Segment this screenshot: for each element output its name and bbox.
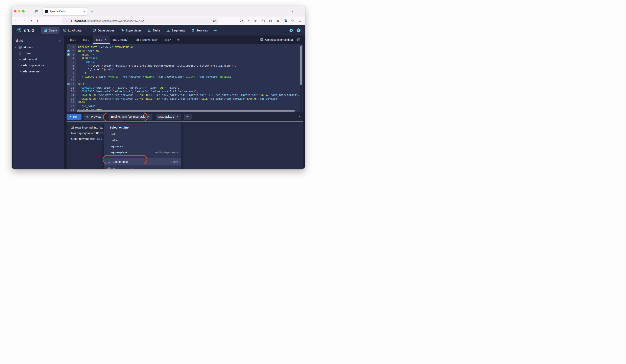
ublock-shield-icon[interactable]: UO [276,19,279,23]
code-text: ) [76,79,80,82]
sort-icon[interactable] [58,39,61,42]
tab-list-chevron-icon[interactable] [291,10,294,12]
editor-line-15[interactable]: 15 CASE WHEN "new_data"."ad_network" IS … [67,97,303,101]
tree-column-ad_network[interactable]: Aad_network [13,56,64,62]
druid-logo-icon[interactable] [16,27,22,33]
editor-line-13[interactable]: 13 COALESCE("new_data"."ad_network", "ad… [67,90,303,93]
tab-close-icon[interactable]: ✕ [105,38,107,41]
code-text: COALESCE("new_data"."ad_network", "ad_da… [76,90,198,93]
tree-column-__time[interactable]: __time [13,50,64,56]
nav-item-segments[interactable]: Segments [164,27,188,34]
sidebar-toggle-icon[interactable] [261,19,265,23]
url-bar[interactable]: localhost:8888/unified-console.html#work… [62,18,218,24]
engine-option-sql-msq-task[interactable]: sql-msq-taskmulti-stage-query [104,149,181,155]
editor-line-14[interactable]: 14 CASE WHEN "new_data"."ad_network" IS … [67,93,303,97]
zoom-window-button[interactable] [22,10,25,12]
engine-option-sql-native[interactable]: sql-native [104,143,181,149]
close-panel-icon[interactable]: ✕ [298,115,301,119]
workbench-tab-tab-4[interactable]: Tab 4 [161,36,174,44]
engine-option-native[interactable]: native [104,137,181,143]
close-window-button[interactable] [14,10,17,12]
tab-label: Tab 4 [164,38,171,41]
tree-column-ads_impressions[interactable]: 123ads_impressions [13,62,64,68]
add-tab-button[interactable] [174,36,182,44]
extension-fence-icon[interactable] [269,19,272,23]
nav-item-more-menu[interactable] [211,27,220,34]
page-info-icon[interactable] [69,19,72,22]
help-icon[interactable]: ? [296,28,301,33]
connect-external-data-button[interactable]: Connect external data [260,38,293,41]
workbench-tab-tab-2[interactable]: Tab 2 [79,36,92,44]
nav-item-services[interactable]: Services [189,27,211,34]
password-manager-icon[interactable] [283,19,287,23]
back-button[interactable] [15,19,18,23]
bookmark-star-icon[interactable] [213,19,216,22]
editor-line-4[interactable]: 4 FROM TABLE( [67,57,303,60]
workbench-tab-tab-3-copy-copy-[interactable]: Tab 3 (copy) (copy) [131,36,161,44]
tree-node-ad_data[interactable]: ad_data [13,44,64,50]
editor-line-1[interactable]: 1REPLACE INTO "ad_data" OVERWRITE ALL [67,46,303,49]
column-type-icon: 1.0 [17,70,23,73]
settings-gear-icon[interactable] [289,28,293,32]
tracking-shield-icon[interactable] [64,19,67,22]
run-marker-icon[interactable] [67,53,70,56]
editor-line-11[interactable]: 11SELECT [67,82,303,86]
max-tasks-button[interactable]: Max tasks: 2 ▼ [156,114,181,120]
new-tab-button[interactable] [90,9,94,13]
engine-select-button[interactable]: Engine: auto (sql-msq-task) ▼ [109,114,153,120]
editor-line-3[interactable]: 3 SELECT * [67,53,303,56]
editor-line-8[interactable]: 8 ) [67,71,303,75]
engine-option-auto[interactable]: auto [104,131,181,137]
navbar-right: ? [289,28,301,33]
chevron-down-icon: ▼ [148,116,150,118]
workbench-tab-tab-1[interactable]: Tab 1 [67,36,79,44]
workbench-tab-tab-3[interactable]: Tab 3✕ [93,36,110,44]
minimize-window-button[interactable] [18,10,21,12]
workbench-tab-tab-3-copy-[interactable]: Tab 3 (copy) [110,36,131,44]
menu-action-edit-context[interactable]: Edit context1 key [104,158,181,165]
forward-button[interactable] [22,19,25,23]
more-options-button[interactable]: ••• [184,114,192,120]
code-text: "ad_data" [76,104,96,108]
run-marker-icon[interactable] [67,83,70,85]
preview-button[interactable]: Preview [83,114,104,120]
nav-item-tasks[interactable]: Tasks [145,27,163,34]
editor-line-12[interactable]: 12 COALESCE("new_data"."__time", "ad_dat… [67,86,303,90]
sql-editor[interactable]: 1REPLACE INTO "ad_data" OVERWRITE ALL2WI… [67,44,303,112]
home-button[interactable] [37,19,40,23]
extensions-puzzle-icon[interactable] [291,19,294,23]
run-marker-icon[interactable] [67,50,70,52]
reload-button[interactable] [29,19,33,23]
run-button[interactable]: Run [67,114,81,120]
hamburger-menu-icon[interactable] [298,19,302,23]
help-icon: ? [107,167,111,169]
editor-line-17[interactable]: 17 "ad_data" [67,104,303,108]
nav-item-datasources[interactable]: Datasources [90,27,117,34]
line-number: 16 [67,101,76,104]
editor-line-6[interactable]: 6 '{"type":"local","baseDir":"/Users/hel… [67,64,303,68]
tab-close-icon[interactable]: ✕ [83,10,85,13]
pocket-icon[interactable] [239,19,243,23]
menu-action-define-parameters[interactable]: ?Define parameters [104,165,181,169]
tab-label: Tab 2 [82,38,89,41]
nav-item-supervisors[interactable]: Supervisors [118,27,144,34]
downloads-icon[interactable] [247,19,250,23]
chevron-down-icon[interactable] [13,46,17,48]
nav-item-query[interactable]: Query [41,27,59,34]
editor-vertical-scrollbar[interactable] [300,45,302,85]
nav-item-load-data[interactable]: Load data [60,27,84,34]
svg-text:UO: UO [277,20,279,21]
toggle-panel-icon[interactable] [297,38,301,41]
tree-column-ads_revenue[interactable]: 1.0ads_revenue [13,68,64,75]
firefox-view-icon[interactable] [35,10,39,14]
editor-line-5[interactable]: 5 EXTERN( [67,60,303,64]
editor-line-10[interactable]: 10) [67,79,303,82]
editor-line-7[interactable]: 7 '{"type":"json"}' [67,68,303,71]
browser-tab[interactable]: Apache Druid ✕ [42,8,87,15]
editor-line-9[interactable]: 9 ) EXTEND ("date" VARCHAR, "ad_network"… [67,75,303,79]
editor-line-16[interactable]: 16FROM [67,101,303,104]
library-icon[interactable] [254,19,258,23]
properties-icon [107,160,111,163]
editor-line-2[interactable]: 2WITH "ext" AS ( [67,49,303,53]
editor-horizontal-scrollbar[interactable] [77,110,295,112]
